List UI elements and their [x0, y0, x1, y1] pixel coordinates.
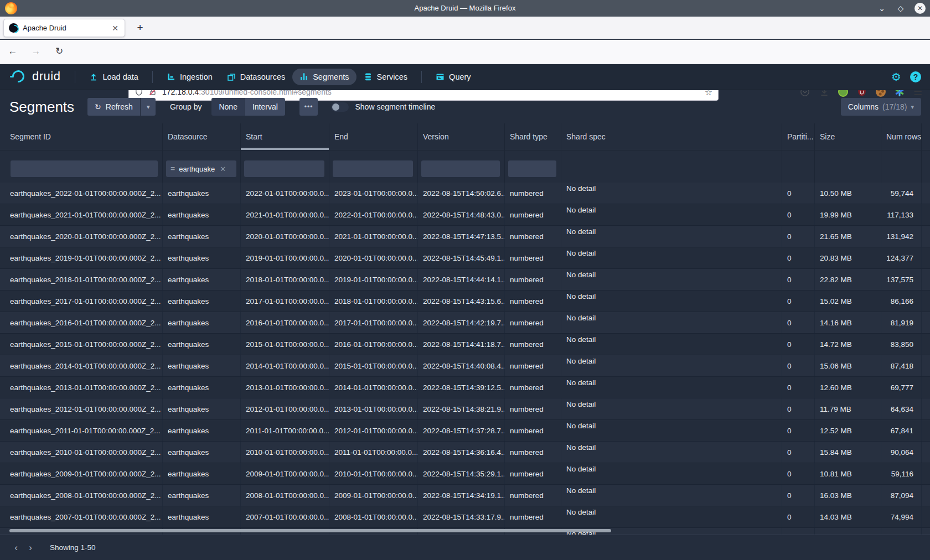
cell-size: 15.02 MB — [815, 291, 881, 312]
cell-end: 2021-01-01T00:00:00.0... — [329, 226, 418, 247]
nav-item-ingestion[interactable]: Ingestion — [159, 69, 220, 85]
column-header-label: Num rows — [886, 132, 921, 141]
cell-datasource: earthquakes — [163, 291, 241, 312]
forward-button[interactable]: → — [28, 43, 44, 60]
cell-version: 2022-08-15T14:45:49.1... — [418, 247, 505, 268]
filter-tag-datasource[interactable]: =earthquake✕ — [166, 160, 236, 177]
cell-shard_type: numbered — [505, 355, 561, 376]
window-minimize-icon[interactable]: ⌄ — [877, 4, 887, 13]
column-header-segment_id[interactable]: Segment ID — [0, 123, 163, 150]
refresh-button[interactable]: ↻ Refresh — [87, 98, 140, 116]
filter-input-version[interactable] — [421, 160, 500, 177]
filter-input-end[interactable] — [333, 160, 413, 177]
cell-version: 2022-08-15T14:35:29.1... — [418, 463, 505, 484]
previous-page-button[interactable]: ‹ — [9, 541, 23, 555]
cell-segment_id: earthquakes_2015-01-01T00:00:00.000Z_2..… — [0, 334, 163, 355]
segment-row[interactable]: earthquakes_2010-01-01T00:00:00.000Z_2..… — [0, 442, 930, 463]
datasources-icon — [227, 72, 236, 81]
cell-segment_id: earthquakes_2022-01-01T00:00:00.000Z_2..… — [0, 183, 163, 204]
column-header-shard_spec[interactable]: Shard spec — [561, 123, 782, 150]
cell-end: 2019-01-01T00:00:00.0... — [329, 269, 418, 290]
segments-control-bar: Segments ↻ Refresh ▾ Group by None Inter… — [0, 90, 930, 123]
window-close-icon[interactable]: ✕ — [914, 3, 926, 14]
cell-size: 10.81 MB — [815, 463, 881, 484]
nav-item-datasources[interactable]: Datasources — [220, 69, 292, 85]
segment-row[interactable]: earthquakes_2013-01-01T00:00:00.000Z_2..… — [0, 377, 930, 398]
columns-button[interactable]: Columns (17/18) ▾ — [841, 98, 921, 116]
column-header-end[interactable]: End — [329, 123, 418, 150]
segment-row[interactable]: earthquakes_2011-01-01T00:00:00.000Z_2..… — [0, 420, 930, 442]
cell-version: 2022-08-15T14:33:17.9... — [418, 506, 505, 527]
column-header-num_rows[interactable]: Num rows — [881, 123, 922, 150]
cell-start: 2017-01-01T00:00:00.0... — [241, 291, 329, 312]
segment-row[interactable]: earthquakes_2007-01-01T00:00:00.000Z_2..… — [0, 506, 930, 528]
druid-logo-icon — [10, 70, 29, 84]
segment-row[interactable]: earthquakes_2014-01-01T00:00:00.000Z_2..… — [0, 355, 930, 377]
segment-timeline-label: Show segment timeline — [355, 102, 435, 111]
new-tab-button[interactable]: + — [133, 20, 147, 35]
column-header-partition[interactable]: Partiti... — [782, 123, 815, 150]
group-by-interval-button[interactable]: Interval — [245, 98, 285, 116]
nav-item-load-data[interactable]: Load data — [82, 69, 146, 85]
cell-num_rows: 83,850 — [881, 334, 922, 355]
cell-shard_type: numbered — [505, 398, 561, 419]
more-options-button[interactable]: ••• — [299, 98, 318, 116]
nav-item-segments[interactable]: Segments — [292, 69, 356, 85]
segment-row[interactable]: earthquakes_2020-01-01T00:00:00.000Z_2..… — [0, 226, 930, 247]
next-page-button[interactable]: › — [23, 541, 38, 555]
filter-input-shard_type[interactable] — [508, 160, 556, 177]
cell-partition: 0 — [782, 442, 815, 463]
cell-shard_type: numbered — [505, 204, 561, 225]
cell-num_rows: 124,377 — [881, 247, 922, 268]
segment-row[interactable]: earthquakes_2021-01-01T00:00:00.000Z_2..… — [0, 204, 930, 226]
cell-shard_spec: No detail — [561, 334, 782, 355]
back-button[interactable]: ← — [4, 43, 21, 60]
reload-button[interactable]: ↻ — [51, 43, 68, 60]
group-by-none-button[interactable]: None — [211, 98, 244, 116]
segment-row[interactable]: earthquakes_2009-01-01T00:00:00.000Z_2..… — [0, 463, 930, 485]
browser-tab[interactable]: Apache Druid ✕ — [3, 19, 125, 37]
refresh-menu-button[interactable]: ▾ — [140, 98, 156, 116]
nav-item-services[interactable]: Services — [356, 69, 415, 85]
filter-input-segment_id[interactable] — [11, 160, 158, 177]
cell-end: 2009-01-01T00:00:00.0... — [329, 485, 418, 506]
segment-row[interactable]: earthquakes_2016-01-01T00:00:00.000Z_2..… — [0, 312, 930, 334]
segment-row[interactable]: earthquakes_2022-01-01T00:00:00.000Z_2..… — [0, 183, 930, 204]
cell-version: 2022-08-15T14:42:19.7... — [418, 312, 505, 333]
filter-input-start[interactable] — [244, 160, 324, 177]
segment-row[interactable]: earthquakes_2008-01-01T00:00:00.000Z_2..… — [0, 485, 930, 506]
segment-row[interactable]: earthquakes_2017-01-01T00:00:00.000Z_2..… — [0, 291, 930, 312]
cell-start: 2012-01-01T00:00:00.0... — [241, 398, 329, 419]
cell-datasource: earthquakes — [163, 226, 241, 247]
column-header-version[interactable]: Version — [418, 123, 505, 150]
cell-datasource: earthquakes — [163, 485, 241, 506]
column-header-label: Start — [246, 132, 262, 141]
remove-filter-icon[interactable]: ✕ — [220, 165, 226, 173]
cell-size: 14.03 MB — [815, 506, 881, 527]
segment-row[interactable]: earthquakes_2015-01-01T00:00:00.000Z_2..… — [0, 334, 930, 355]
column-header-size[interactable]: Size — [815, 123, 881, 150]
segment-row[interactable]: earthquakes_2019-01-01T00:00:00.000Z_2..… — [0, 247, 930, 269]
cell-shard_spec: No detail — [561, 398, 782, 419]
tab-close-icon[interactable]: ✕ — [111, 24, 120, 33]
cell-shard_spec: No detail — [561, 463, 782, 484]
tab-title: Apache Druid — [23, 24, 111, 32]
segment-row[interactable]: earthquakes_2012-01-01T00:00:00.000Z_2..… — [0, 398, 930, 420]
equals-icon: = — [170, 164, 175, 173]
cell-size: 12.52 MB — [815, 420, 881, 441]
column-header-datasource[interactable]: Datasource — [163, 123, 241, 150]
firefox-icon — [5, 2, 17, 14]
help-icon[interactable]: ? — [910, 71, 921, 82]
settings-gear-icon[interactable]: ⚙ — [891, 70, 901, 84]
window-maximize-icon[interactable]: ◇ — [896, 4, 906, 13]
nav-item-query[interactable]: Query — [428, 69, 478, 85]
horizontal-scrollbar-thumb[interactable] — [9, 529, 611, 532]
segment-row[interactable]: earthquakes_2018-01-01T00:00:00.000Z_2..… — [0, 269, 930, 291]
cell-datasource: earthquakes — [163, 183, 241, 204]
segment-timeline-toggle[interactable] — [331, 102, 349, 112]
cell-partition: 0 — [782, 463, 815, 484]
cell-shard_type: numbered — [505, 377, 561, 398]
cell-start: 2011-01-01T00:00:00.0... — [241, 420, 329, 441]
column-header-start[interactable]: Start — [241, 123, 329, 150]
column-header-shard_type[interactable]: Shard type — [505, 123, 561, 150]
